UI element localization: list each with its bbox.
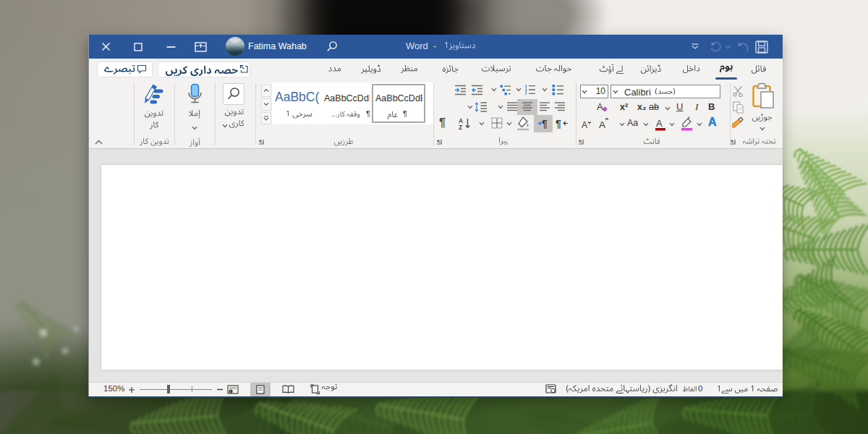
svg-text:A: A bbox=[599, 119, 605, 129]
svg-text:i: i bbox=[230, 390, 231, 393]
svg-text:¶: ¶ bbox=[556, 118, 561, 129]
svg-text:A: A bbox=[656, 118, 663, 129]
svg-text:Z: Z bbox=[459, 124, 462, 130]
svg-text:¶: ¶ bbox=[542, 118, 548, 129]
svg-text:A: A bbox=[597, 101, 603, 112]
svg-text:A: A bbox=[582, 120, 587, 129]
